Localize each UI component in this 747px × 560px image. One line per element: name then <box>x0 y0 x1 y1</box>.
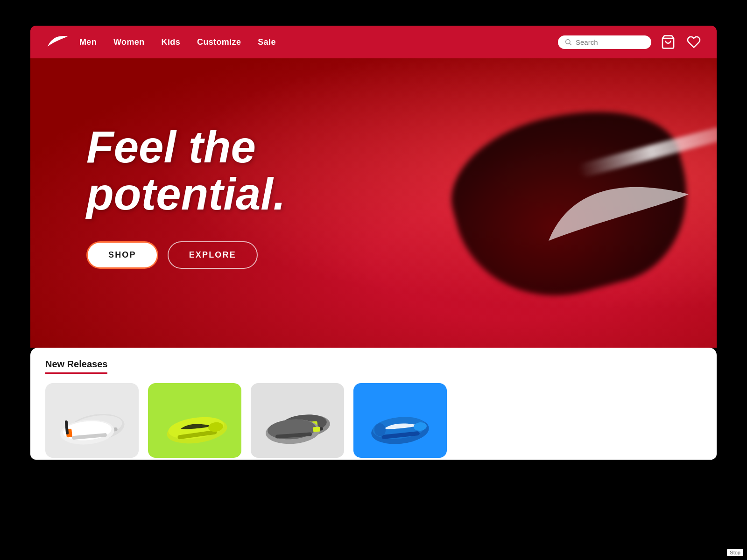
nav-kids[interactable]: Kids <box>162 37 180 47</box>
status-tag: Stop <box>727 549 743 556</box>
explore-button[interactable]: EXPLORE <box>168 241 258 269</box>
cart-button[interactable] <box>659 33 677 51</box>
product-card-2[interactable] <box>148 383 241 458</box>
product-image-4 <box>360 392 440 448</box>
product-card-1[interactable] <box>45 383 139 458</box>
svg-rect-22 <box>313 427 321 432</box>
hero-title: Feel the potential. <box>86 124 286 218</box>
releases-grid <box>45 383 702 458</box>
hero-shoe-visual <box>371 58 717 348</box>
nav-sale[interactable]: Sale <box>258 37 275 47</box>
releases-section: New Releases <box>30 348 717 460</box>
navbar: Men Women Kids Customize Sale <box>30 26 717 58</box>
hero-content: Feel the potential. SHOP EXPLORE <box>86 124 286 269</box>
product-image-3 <box>258 392 337 448</box>
nav-customize[interactable]: Customize <box>197 37 241 47</box>
nav-links: Men Women Kids Customize Sale <box>79 37 558 47</box>
nav-women[interactable]: Women <box>113 37 144 47</box>
nav-men[interactable]: Men <box>79 37 97 47</box>
navbar-right <box>558 33 703 51</box>
hero-buttons: SHOP EXPLORE <box>86 241 286 269</box>
shop-button[interactable]: SHOP <box>86 241 158 269</box>
shoe-swoosh-overlay <box>539 166 698 269</box>
releases-header: New Releases <box>45 359 702 374</box>
product-image-1 <box>52 392 132 448</box>
cart-icon <box>661 35 676 49</box>
svg-line-1 <box>570 43 571 45</box>
releases-title: New Releases <box>45 359 107 374</box>
search-icon <box>564 38 572 46</box>
heart-icon <box>687 35 701 49</box>
product-card-4[interactable] <box>353 383 447 458</box>
search-bar[interactable] <box>558 35 651 49</box>
svg-point-0 <box>566 40 570 44</box>
wishlist-button[interactable] <box>685 33 703 51</box>
product-card-3[interactable] <box>251 383 344 458</box>
hero-section: Feel the potential. SHOP EXPLORE <box>30 58 717 348</box>
nike-logo[interactable] <box>44 29 70 55</box>
product-image-2 <box>155 392 234 448</box>
main-container: Men Women Kids Customize Sale <box>30 26 717 460</box>
search-input[interactable] <box>576 38 645 46</box>
